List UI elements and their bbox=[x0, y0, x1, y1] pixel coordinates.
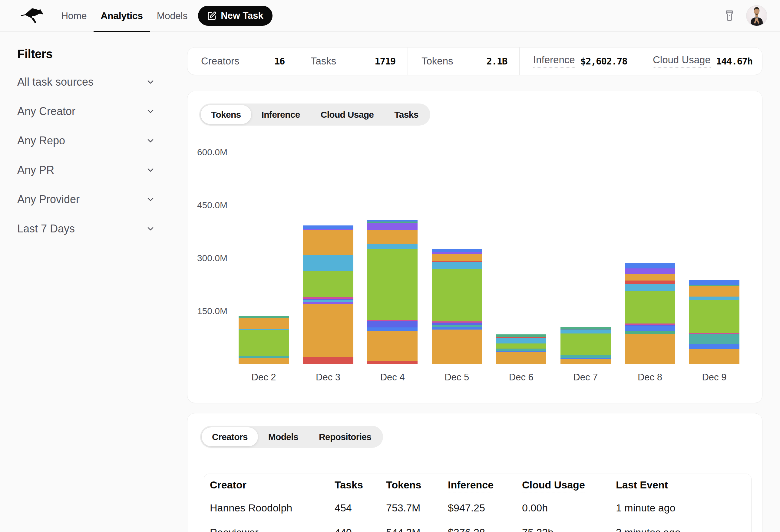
tab-tasks[interactable]: Tasks bbox=[384, 105, 429, 124]
stat-label[interactable]: Inference bbox=[533, 54, 575, 68]
bar-segment-indigo bbox=[367, 321, 418, 327]
nav-item-models[interactable]: Models bbox=[150, 0, 194, 32]
bar-segment-sky bbox=[303, 255, 353, 271]
filter-dropdown-any-repo[interactable]: Any Repo bbox=[17, 126, 155, 155]
cell-cloud-usage: 0.00h bbox=[522, 502, 616, 514]
tab-repositories[interactable]: Repositories bbox=[308, 427, 382, 446]
stat-cloud-usage: Cloud Usage144.67h bbox=[639, 48, 762, 75]
creators-table: CreatorTasksTokensInferenceCloud UsageLa… bbox=[204, 474, 751, 532]
column-header-inference[interactable]: Inference bbox=[448, 479, 522, 491]
bar-segment-green bbox=[432, 269, 482, 321]
bar-segment-royal bbox=[625, 263, 675, 268]
x-axis-tick-label: Dec 8 bbox=[625, 372, 675, 383]
flashlight-icon[interactable] bbox=[724, 10, 735, 21]
tab-creators[interactable]: Creators bbox=[202, 427, 258, 446]
bar-segment-orange bbox=[303, 230, 353, 255]
stat-value: $2,602.78 bbox=[580, 56, 627, 66]
filter-dropdown-any-creator[interactable]: Any Creator bbox=[17, 97, 155, 126]
filter-dropdown-last-7-days[interactable]: Last 7 Days bbox=[17, 214, 155, 243]
bar-segment-red bbox=[367, 361, 418, 364]
bar-segment-purple bbox=[303, 302, 353, 304]
bar-dec-7[interactable] bbox=[560, 327, 611, 364]
bar-segment-green bbox=[689, 300, 739, 333]
column-header-cloud-usage[interactable]: Cloud Usage bbox=[522, 479, 616, 491]
y-axis-tick-label: 300.0M bbox=[187, 253, 228, 264]
top-nav: Home Analytics Models New Task bbox=[0, 0, 780, 32]
cell-inference: $947.25 bbox=[448, 502, 522, 514]
bar-dec-5[interactable] bbox=[432, 249, 482, 364]
chevron-down-icon bbox=[146, 136, 155, 146]
stat-label[interactable]: Cloud Usage bbox=[653, 54, 711, 68]
cell-tokens: 544.3M bbox=[386, 527, 448, 532]
bar-dec-8[interactable] bbox=[625, 263, 675, 364]
bar-segment-sky bbox=[625, 284, 675, 291]
bar-dec-3[interactable] bbox=[303, 225, 353, 364]
stat-inference: Inference$2,602.78 bbox=[519, 48, 639, 75]
bar-segment-green bbox=[560, 333, 611, 355]
filters-title: Filters bbox=[17, 47, 171, 61]
chevron-down-icon bbox=[146, 224, 155, 233]
filter-label: Any Provider bbox=[17, 193, 80, 206]
bar-segment-emerald bbox=[496, 334, 546, 337]
cell-inference: $376.28 bbox=[448, 527, 522, 532]
column-header-label: Tokens bbox=[386, 479, 422, 490]
bar-segment-sky bbox=[689, 297, 739, 300]
bar-segment-emerald bbox=[625, 331, 675, 334]
bar-segment-teal bbox=[239, 356, 289, 358]
stat-value: 16 bbox=[274, 56, 285, 66]
x-axis-tick-label: Dec 9 bbox=[689, 372, 739, 383]
nav-item-home[interactable]: Home bbox=[54, 0, 94, 32]
bar-segment-orange bbox=[367, 331, 418, 361]
stat-creators: Creators16 bbox=[187, 48, 297, 75]
bar-segment-emerald bbox=[239, 316, 289, 318]
x-axis-tick-label: Dec 3 bbox=[303, 372, 353, 383]
table-tabs: CreatorsModelsRepositories bbox=[200, 426, 383, 448]
bar-segment-red bbox=[625, 280, 675, 284]
bar-segment-orange bbox=[239, 358, 289, 364]
bar-segment-orange bbox=[432, 329, 482, 364]
user-avatar[interactable] bbox=[747, 6, 767, 26]
new-task-button[interactable]: New Task bbox=[198, 6, 273, 26]
bar-segment-orange bbox=[432, 254, 482, 261]
x-axis-tick-label: Dec 5 bbox=[432, 372, 482, 383]
bar-dec-6[interactable] bbox=[496, 334, 546, 364]
x-axis-tick-label: Dec 6 bbox=[496, 372, 546, 383]
bar-segment-sky bbox=[560, 330, 611, 333]
bar-segment-orange bbox=[367, 230, 418, 244]
kangaroo-logo-icon[interactable] bbox=[20, 5, 44, 26]
filter-dropdown-all-task-sources[interactable]: All task sources bbox=[17, 67, 155, 97]
bar-dec-4[interactable] bbox=[367, 220, 418, 364]
column-header-label: Creator bbox=[210, 479, 246, 490]
cell-tokens: 753.7M bbox=[386, 502, 448, 514]
filter-label: Any PR bbox=[17, 164, 54, 176]
tab-models[interactable]: Models bbox=[258, 427, 308, 446]
column-header-last-event: Last Event bbox=[616, 479, 751, 491]
filter-dropdown-any-pr[interactable]: Any PR bbox=[17, 155, 155, 184]
table-row[interactable]: Hannes Roodolph454753.7M$947.250.00h1 mi… bbox=[204, 496, 751, 520]
stats-bar: Creators16Tasks1719Tokens2.1BInference$2… bbox=[187, 47, 763, 75]
tab-tokens[interactable]: Tokens bbox=[201, 105, 251, 124]
bar-dec-9[interactable] bbox=[689, 280, 739, 364]
stat-tasks: Tasks1719 bbox=[297, 48, 407, 75]
nav-item-analytics[interactable]: Analytics bbox=[94, 0, 150, 32]
chevron-down-icon bbox=[146, 195, 155, 204]
filter-dropdown-any-provider[interactable]: Any Provider bbox=[17, 184, 155, 214]
chart-tabs: TokensInferenceCloud UsageTasks bbox=[199, 104, 430, 125]
table-header-row: CreatorTasksTokensInferenceCloud UsageLa… bbox=[204, 474, 751, 496]
bar-dec-2[interactable] bbox=[239, 316, 289, 364]
bar-segment-orange bbox=[496, 352, 546, 364]
bar-segment-purple bbox=[367, 223, 418, 230]
bar-segment-green bbox=[239, 330, 289, 356]
bar-segment-orange bbox=[689, 349, 739, 364]
bar-segment-orange bbox=[303, 304, 353, 357]
bar-segment-teal bbox=[689, 334, 739, 344]
bar-segment-emerald bbox=[560, 327, 611, 329]
column-header-creator: Creator bbox=[210, 479, 335, 491]
table-row[interactable]: Rooviewer440544.3M$376.2875.23h3 minutes… bbox=[204, 520, 751, 532]
tab-cloud-usage[interactable]: Cloud Usage bbox=[310, 105, 384, 124]
tab-inference[interactable]: Inference bbox=[251, 105, 310, 124]
stat-label: Creators bbox=[201, 55, 240, 67]
y-axis-tick-label: 450.0M bbox=[187, 200, 228, 211]
bar-segment-royal bbox=[689, 344, 739, 349]
bar-segment-green bbox=[367, 249, 418, 320]
